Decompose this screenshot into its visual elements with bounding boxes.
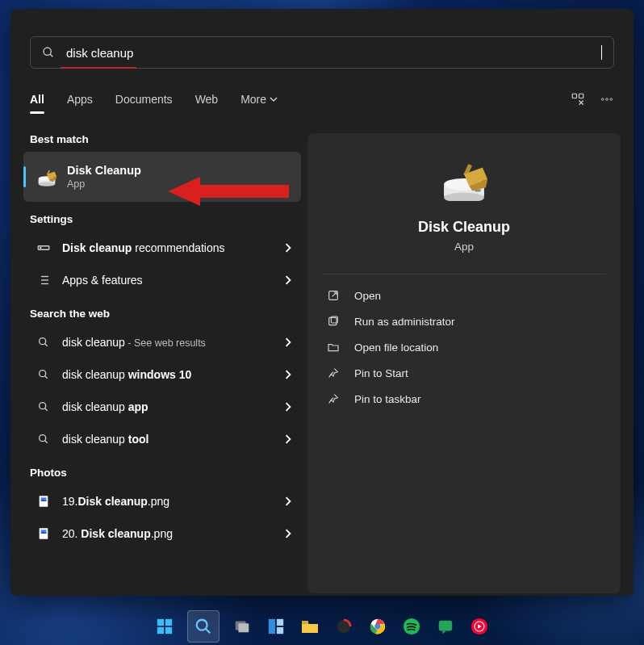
svg-point-11 bbox=[610, 98, 613, 101]
taskbar-app-1[interactable] bbox=[332, 615, 355, 638]
web-result-0[interactable]: disk cleanup - See web results bbox=[23, 326, 301, 358]
action-pin-start[interactable]: Pin to Start bbox=[322, 360, 606, 386]
filter-tabs: All Apps Documents Web More bbox=[30, 86, 614, 112]
shield-icon bbox=[327, 315, 340, 328]
chrome-icon bbox=[369, 618, 387, 635]
svg-rect-38 bbox=[157, 627, 164, 634]
photo-result-0[interactable]: 19.Disk cleanup.png bbox=[23, 485, 301, 517]
best-match-type: App bbox=[67, 178, 141, 190]
youtube-music-icon bbox=[470, 618, 488, 635]
divider bbox=[322, 274, 606, 274]
taskbar bbox=[0, 608, 644, 645]
section-settings: Settings bbox=[30, 213, 301, 225]
svg-point-22 bbox=[40, 371, 46, 377]
details-pane: Disk Cleanup App Open Run as administrat… bbox=[307, 133, 621, 593]
svg-rect-36 bbox=[157, 619, 164, 626]
taskbar-search[interactable] bbox=[187, 610, 220, 643]
tab-apps[interactable]: Apps bbox=[67, 93, 93, 106]
svg-rect-43 bbox=[238, 623, 249, 632]
tab-more[interactable]: More bbox=[240, 93, 278, 106]
photo-result-1[interactable]: 20. Disk cleanup.png bbox=[23, 517, 301, 550]
settings-item-apps-features[interactable]: Apps & features bbox=[23, 264, 301, 296]
chevron-right-icon bbox=[283, 370, 293, 379]
tab-web[interactable]: Web bbox=[195, 93, 219, 106]
section-photos: Photos bbox=[30, 467, 301, 479]
windows-icon bbox=[156, 618, 174, 635]
svg-point-26 bbox=[40, 435, 46, 442]
svg-point-10 bbox=[606, 98, 608, 101]
svg-line-23 bbox=[45, 376, 48, 379]
chevron-right-icon bbox=[283, 402, 293, 412]
image-file-icon bbox=[36, 526, 51, 541]
storage-icon bbox=[36, 241, 51, 255]
svg-rect-37 bbox=[165, 619, 172, 626]
details-type: App bbox=[322, 241, 606, 253]
svg-rect-33 bbox=[329, 317, 337, 325]
folder-icon bbox=[300, 618, 320, 635]
svg-rect-47 bbox=[302, 621, 308, 624]
action-open[interactable]: Open bbox=[322, 283, 606, 308]
svg-point-40 bbox=[197, 620, 207, 630]
search-icon bbox=[36, 400, 51, 414]
search-icon bbox=[42, 46, 55, 59]
svg-rect-44 bbox=[269, 619, 275, 634]
chevron-right-icon bbox=[283, 496, 293, 506]
svg-rect-52 bbox=[439, 621, 453, 631]
disk-cleanup-icon bbox=[36, 166, 57, 187]
search-settings-icon[interactable] bbox=[571, 92, 585, 107]
more-options-icon[interactable] bbox=[600, 92, 614, 107]
text-caret bbox=[601, 45, 602, 60]
svg-point-5 bbox=[44, 48, 51, 55]
svg-rect-7 bbox=[572, 94, 576, 98]
svg-point-20 bbox=[40, 338, 46, 345]
search-icon bbox=[36, 335, 51, 350]
web-result-2[interactable]: disk cleanup app bbox=[23, 391, 301, 423]
svg-line-41 bbox=[206, 629, 211, 634]
start-button[interactable] bbox=[153, 615, 176, 638]
chevron-right-icon bbox=[283, 434, 293, 444]
open-icon bbox=[327, 289, 340, 302]
pin-icon bbox=[327, 392, 340, 405]
best-match-result[interactable]: Disk Cleanup App bbox=[23, 152, 301, 202]
section-best-match: Best match bbox=[30, 133, 301, 145]
tab-documents[interactable]: Documents bbox=[115, 93, 173, 106]
chevron-right-icon bbox=[283, 275, 293, 285]
tab-all[interactable]: All bbox=[30, 93, 44, 106]
taskbar-file-explorer[interactable] bbox=[299, 615, 321, 638]
search-icon bbox=[194, 618, 212, 635]
svg-rect-39 bbox=[165, 627, 172, 634]
svg-line-21 bbox=[45, 344, 48, 346]
svg-rect-46 bbox=[277, 627, 283, 634]
chevron-right-icon bbox=[283, 529, 293, 538]
annotation-underline bbox=[61, 67, 136, 69]
svg-line-27 bbox=[45, 441, 48, 443]
svg-point-13 bbox=[40, 247, 41, 248]
action-pin-taskbar[interactable]: Pin to taskbar bbox=[322, 386, 606, 412]
taskbar-spotify[interactable] bbox=[400, 615, 423, 638]
details-title: Disk Cleanup bbox=[322, 219, 606, 236]
svg-rect-8 bbox=[579, 94, 583, 98]
action-run-as-admin[interactable]: Run as administrator bbox=[322, 308, 606, 334]
svg-line-6 bbox=[50, 54, 52, 57]
taskbar-widgets[interactable] bbox=[265, 615, 287, 638]
task-view[interactable] bbox=[231, 615, 253, 638]
search-box[interactable] bbox=[30, 36, 614, 69]
chevron-down-icon bbox=[270, 95, 278, 103]
settings-item-disk-cleanup-recommendations[interactable]: Disk cleanup recommendations bbox=[23, 232, 301, 264]
start-menu-search-panel: All Apps Documents Web More Best match D… bbox=[10, 9, 634, 596]
web-result-3[interactable]: disk cleanup tool bbox=[23, 423, 301, 455]
search-input[interactable] bbox=[66, 46, 601, 60]
action-open-file-location[interactable]: Open file location bbox=[322, 334, 606, 360]
taskbar-chrome[interactable] bbox=[366, 615, 389, 638]
pin-icon bbox=[327, 366, 340, 379]
widgets-icon bbox=[267, 618, 285, 635]
web-result-1[interactable]: disk cleanup windows 10 bbox=[23, 358, 301, 391]
best-match-title: Disk Cleanup bbox=[67, 164, 141, 177]
apps-list-icon bbox=[36, 273, 51, 287]
chat-icon bbox=[437, 618, 454, 635]
search-icon bbox=[36, 432, 51, 446]
folder-icon bbox=[327, 341, 340, 354]
taskbar-app-3[interactable] bbox=[468, 615, 491, 638]
taskbar-app-2[interactable] bbox=[434, 615, 457, 638]
task-view-icon bbox=[233, 618, 251, 635]
